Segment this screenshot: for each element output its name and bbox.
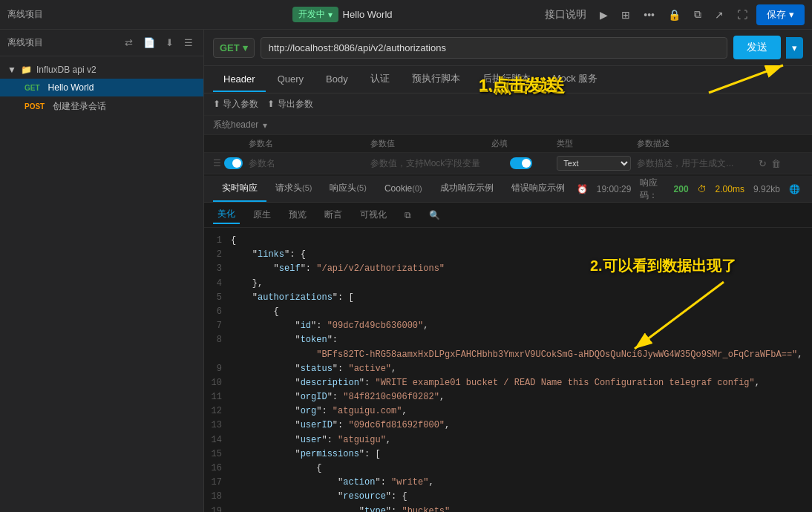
top-bar-actions: 接口说明 ▶ ⊞ ••• 🔒 ⧉ ↗ ⛶ 保存 ▾ [540,4,805,25]
interface-doc-button[interactable]: 接口说明 [540,5,591,24]
code-line: 17 "action": "write", [204,476,812,490]
url-input[interactable] [261,37,727,59]
code-line: "BFfs82TC-hRG58aamxHxDLPgxFAHCHbhb3YmxrV… [204,348,812,362]
content-wrapper: GET ▾ 发送 ▾ Header Query Body 认证 预执行脚本 后执… [204,30,812,512]
resp-tab-cookie[interactable]: Cookie(0) [376,177,431,201]
col-actions [759,138,803,149]
request-title: Hello World [343,9,393,20]
more-button[interactable]: ••• [639,6,659,24]
col-required: 必填 [491,138,551,149]
sidebar-download-btn[interactable]: ⬇ [163,36,177,50]
copy-btn[interactable]: ⧉ [400,208,416,223]
resp-tab-req-headers[interactable]: 请求头(5) [266,176,321,202]
code-line: 9 "status": "active", [204,362,812,376]
code-line: 12 "org": "atguigu.com", [204,404,812,419]
col-type: 类型 [557,138,631,149]
type-select[interactable]: Text [557,156,631,171]
window-button[interactable]: ⧉ [690,5,706,24]
response-size: 9.92kb [753,184,780,194]
resp-tab-error-example[interactable]: 错误响应示例 [502,176,574,202]
refresh-icon[interactable]: ↻ [759,158,767,169]
save-button[interactable]: 保存 ▾ [756,4,805,25]
col-desc: 参数描述 [637,138,753,149]
resp-tab-realtime[interactable]: 实时响应 [213,176,266,202]
code-line: 4 }, [204,277,812,291]
sidebar-item-create-session[interactable]: POST 创建登录会话 [0,96,203,116]
system-header-chevron-icon[interactable]: ▾ [263,120,267,131]
param-name-placeholder[interactable]: 参数名 [249,157,364,170]
code-line: 8 "token": [204,333,812,347]
request-tabs-bar: Header Query Body 认证 预执行脚本 后执行脚本 Mock 服务 [204,66,812,93]
main-layout: 离线项目 ⇄ 📄 ⬇ ☰ ▼ 📁 InfluxDB api v2 GET Hel… [0,30,812,512]
sidebar-folder-influxdb[interactable]: ▼ 📁 InfluxDB api v2 [0,61,203,79]
export-params-btn[interactable]: ⬆ 导出参数 [267,98,312,111]
get-method-badge: GET [21,83,44,93]
resp-tab-success-example[interactable]: 成功响应示例 [431,176,502,202]
response-status-code-label: 响应码： [640,177,664,202]
code-line: 7 "id": "09dc7d49cb636000", [204,319,812,333]
code-line: 11 "orgID": "84f8210c906f0282", [204,390,812,404]
tab-mock[interactable]: Mock 服务 [543,66,609,93]
sidebar-item-hello-world[interactable]: GET Hello World [0,79,203,96]
code-line: 6 { [204,305,812,319]
share-button[interactable]: ↗ [710,6,728,24]
code-line: 5 "authorizations": [ [204,291,812,305]
sidebar-tree: ▼ 📁 InfluxDB api v2 GET Hello World POST… [0,56,203,121]
globe-icon: 🌐 [789,184,800,194]
col-param-name: 参数名 [249,138,364,149]
system-header-label: 系统header [213,119,258,131]
sidebar: 离线项目 ⇄ 📄 ⬇ ☰ ▼ 📁 InfluxDB api v2 GET Hel… [0,30,204,512]
param-value-placeholder[interactable]: 参数值，支持Mock字段变量 [370,157,486,170]
env-label: 开发中 [298,8,325,21]
response-code-area[interactable]: 1{2 "links": {3 "self": "/api/v2/authori… [204,228,812,512]
offline-project-label: 离线项目 [7,8,144,21]
folder-label: InfluxDB api v2 [36,65,96,75]
sidebar-toolbar: 离线项目 ⇄ 📄 ⬇ ☰ [0,30,203,56]
grid-button[interactable]: ⊞ [617,6,635,24]
param-desc-placeholder[interactable]: 参数描述，用于生成文... [637,157,753,170]
expand-button[interactable]: ⛶ [733,6,752,24]
sidebar-title: 离线项目 [7,36,117,49]
method-selector[interactable]: GET ▾ [213,38,255,58]
view-assert-btn[interactable]: 断言 [320,206,347,223]
view-visual-btn[interactable]: 可视化 [356,206,391,223]
top-bar-center: 开发中 ▾ Hello World [292,7,393,22]
code-line: 10 "description": "WRITE example01 bucke… [204,376,812,390]
code-toolbar: 美化 原生 预览 断言 可视化 ⧉ 🔍 [204,203,812,228]
view-beautify-btn[interactable]: 美化 [213,206,240,224]
search-btn[interactable]: 🔍 [425,208,445,223]
play-button[interactable]: ▶ [595,6,612,24]
code-line: 19 "type": "buckets", [204,505,812,512]
sidebar-share-btn[interactable]: ⇄ [122,36,136,50]
tab-post-script[interactable]: 后执行脚本 [472,66,541,93]
col-param-value: 参数值 [370,138,486,149]
sidebar-add-btn[interactable]: 📄 [140,36,158,50]
param-toggle[interactable] [224,157,243,169]
tab-body[interactable]: Body [315,68,358,92]
import-params-btn[interactable]: ⬆ 导入参数 [213,98,258,111]
response-time: 19:00:29 [597,184,632,194]
response-timer-icon: ⏱ [698,184,707,194]
sidebar-item-hello-world-label: Hello World [48,82,94,93]
tab-pre-script[interactable]: 预执行脚本 [402,66,471,93]
lock-button[interactable]: 🔒 [664,6,685,24]
send-dropdown-button[interactable]: ▾ [786,37,803,59]
tab-header[interactable]: Header [213,68,266,92]
content: GET ▾ 发送 ▾ Header Query Body 认证 预执行脚本 后执… [204,30,812,512]
sidebar-menu-btn[interactable]: ☰ [181,36,196,50]
code-line: 18 "resource": { [204,490,812,504]
resp-tab-resp-headers[interactable]: 响应头(5) [321,176,375,202]
top-bar: 离线项目 开发中 ▾ Hello World 接口说明 ▶ ⊞ ••• 🔒 ⧉ … [0,0,812,30]
tab-auth[interactable]: 认证 [360,66,400,93]
send-button[interactable]: 发送 [733,36,781,59]
view-preview-btn[interactable]: 预览 [284,206,311,223]
delete-icon[interactable]: 🗑 [771,158,781,169]
env-dropdown[interactable]: 开发中 ▾ [292,7,338,22]
col-check [213,138,243,149]
tab-query[interactable]: Query [267,68,314,92]
view-raw-btn[interactable]: 原生 [249,206,275,223]
code-line: 3 "self": "/api/v2/authorizations" [204,262,812,276]
required-toggle[interactable] [510,157,532,169]
response-section: 实时响应 请求头(5) 响应头(5) Cookie(0) 成功响应示例 错误响应… [204,174,812,512]
save-label: 保存 [767,8,786,22]
